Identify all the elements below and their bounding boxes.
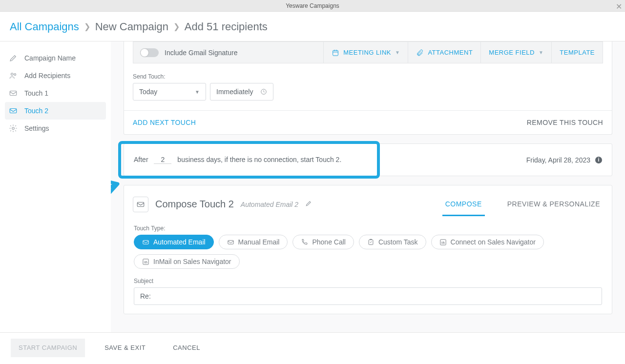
- tab-preview[interactable]: PREVIEW & PERSONALIZE: [504, 192, 603, 216]
- compose-subtitle: Automated Email 2: [241, 201, 298, 208]
- users-icon: [9, 71, 18, 80]
- send-time-select[interactable]: Immediately: [210, 83, 273, 101]
- phone-icon: [301, 239, 308, 246]
- template-button[interactable]: TEMPLATE: [551, 42, 603, 63]
- delay-prefix: After: [134, 156, 148, 163]
- delay-days-input[interactable]: [154, 156, 171, 164]
- tab-compose[interactable]: COMPOSE: [442, 192, 485, 216]
- delay-suffix: business days, if there is no connection…: [177, 156, 341, 163]
- edit-title-icon[interactable]: [305, 200, 312, 208]
- chevron-down-icon: ▼: [195, 89, 200, 95]
- linkedin-icon: [142, 258, 149, 265]
- window-title: Yesware Campaigns: [286, 2, 339, 9]
- add-next-touch-button[interactable]: ADD NEXT TOUCH: [133, 119, 196, 126]
- breadcrumb-add-recipients: Add 51 recipients: [185, 20, 268, 33]
- mail-auto-icon: [142, 239, 149, 246]
- delay-date: Friday, April 28, 2023: [526, 156, 590, 164]
- meeting-link-button[interactable]: MEETING LINK ▼: [323, 42, 408, 63]
- delay-rule-card: After business days, if there is no conn…: [124, 143, 612, 176]
- svg-point-0: [11, 73, 14, 76]
- mail-icon: [227, 239, 234, 246]
- svg-rect-5: [333, 50, 338, 56]
- chevron-down-icon: ▼: [539, 50, 543, 55]
- svg-rect-9: [228, 240, 233, 244]
- breadcrumb: All Campaigns ❯ New Campaign ❯ Add 51 re…: [0, 12, 625, 41]
- svg-point-1: [14, 74, 16, 76]
- subject-input[interactable]: [134, 287, 602, 305]
- chevron-down-icon: ▼: [395, 50, 400, 55]
- svg-rect-8: [143, 240, 148, 244]
- chevron-right-icon: ❯: [84, 22, 90, 31]
- select-value: Immediately: [216, 88, 253, 96]
- merge-field-button[interactable]: MERGE FIELD ▼: [480, 42, 551, 63]
- mail-send-icon: [9, 106, 18, 115]
- select-value: Today: [139, 88, 157, 96]
- sidebar-item-label: Touch 1: [24, 89, 48, 97]
- chevron-right-icon: ❯: [173, 22, 180, 31]
- pill-label: Automated Email: [153, 238, 206, 246]
- clock-icon: [260, 88, 267, 95]
- compose-toolbar: Include Gmail Signature MEETING LINK ▼ A…: [133, 41, 603, 63]
- info-icon[interactable]: i: [595, 157, 602, 163]
- linkedin-icon: [439, 239, 447, 246]
- svg-rect-7: [137, 202, 144, 206]
- tool-label: ATTACHMENT: [428, 49, 473, 56]
- mail-send-icon: [9, 89, 18, 98]
- svg-rect-3: [10, 109, 17, 113]
- sidebar: Campaign Name Add Recipients Touch 1 Tou…: [0, 41, 111, 332]
- signature-toggle-label: Include Gmail Signature: [165, 49, 237, 57]
- pill-phone-call[interactable]: Phone Call: [292, 235, 354, 249]
- breadcrumb-new-campaign[interactable]: New Campaign: [95, 20, 168, 33]
- sidebar-item-settings[interactable]: Settings: [5, 120, 106, 137]
- send-day-select[interactable]: Today ▼: [133, 83, 206, 101]
- signature-toggle[interactable]: [140, 48, 159, 57]
- touch-2-card: Compose Touch 2 Automated Email 2 COMPOS…: [124, 185, 612, 314]
- calendar-icon: [332, 49, 339, 57]
- svg-point-4: [12, 127, 15, 130]
- footer-bar: START CAMPAIGN SAVE & EXIT CANCEL: [0, 332, 625, 363]
- pill-automated-email[interactable]: Automated Email: [134, 235, 214, 249]
- pill-connect-navigator[interactable]: Connect on Sales Navigator: [431, 235, 544, 249]
- tool-label: MEETING LINK: [343, 49, 391, 56]
- remove-touch-button[interactable]: REMOVE THIS TOUCH: [527, 119, 603, 126]
- pill-label: Connect on Sales Navigator: [451, 238, 536, 246]
- subject-label: Subject: [134, 278, 602, 284]
- sidebar-item-touch-2[interactable]: Touch 2: [5, 102, 106, 120]
- pencil-icon: [9, 54, 18, 62]
- tool-label: TEMPLATE: [560, 49, 595, 56]
- start-campaign-button[interactable]: START CAMPAIGN: [11, 339, 85, 357]
- save-exit-button[interactable]: SAVE & EXIT: [97, 339, 153, 357]
- pill-label: InMail on Sales Navigator: [153, 258, 231, 265]
- pill-label: Custom Task: [378, 238, 418, 246]
- annotation-arrow: [111, 173, 124, 207]
- pill-label: Phone Call: [312, 238, 346, 246]
- pill-label: Manual Email: [238, 238, 280, 246]
- sidebar-item-label: Campaign Name: [24, 54, 76, 62]
- touch-1-card: Include Gmail Signature MEETING LINK ▼ A…: [124, 41, 612, 135]
- cancel-button[interactable]: CANCEL: [165, 339, 208, 357]
- mail-send-icon: [133, 197, 148, 212]
- breadcrumb-root[interactable]: All Campaigns: [10, 20, 79, 33]
- sidebar-item-label: Add Recipients: [24, 72, 70, 80]
- gear-icon: [9, 124, 18, 133]
- svg-rect-2: [10, 91, 17, 96]
- sidebar-item-label: Touch 2: [24, 107, 48, 115]
- tool-label: MERGE FIELD: [489, 49, 535, 56]
- close-icon[interactable]: ✕: [616, 1, 622, 13]
- sidebar-item-add-recipients[interactable]: Add Recipients: [5, 67, 106, 84]
- attachment-icon: [416, 49, 424, 57]
- compose-title: Compose Touch 2: [155, 199, 234, 210]
- pill-custom-task[interactable]: Custom Task: [359, 235, 426, 249]
- pill-manual-email[interactable]: Manual Email: [219, 235, 288, 249]
- task-icon: [367, 239, 375, 246]
- send-touch-label: Send Touch:: [133, 73, 603, 80]
- window-titlebar: Yesware Campaigns ✕: [0, 0, 625, 12]
- sidebar-item-label: Settings: [24, 124, 49, 132]
- touch-type-label: Touch Type:: [134, 225, 602, 232]
- delay-rule-text: After business days, if there is no conn…: [134, 156, 341, 164]
- sidebar-item-campaign-name[interactable]: Campaign Name: [5, 49, 106, 67]
- touch-type-pills: Automated Email Manual Email Phone Call: [134, 235, 602, 269]
- pill-inmail-navigator[interactable]: InMail on Sales Navigator: [134, 254, 240, 269]
- sidebar-item-touch-1[interactable]: Touch 1: [5, 84, 106, 102]
- attachment-button[interactable]: ATTACHMENT: [408, 42, 480, 63]
